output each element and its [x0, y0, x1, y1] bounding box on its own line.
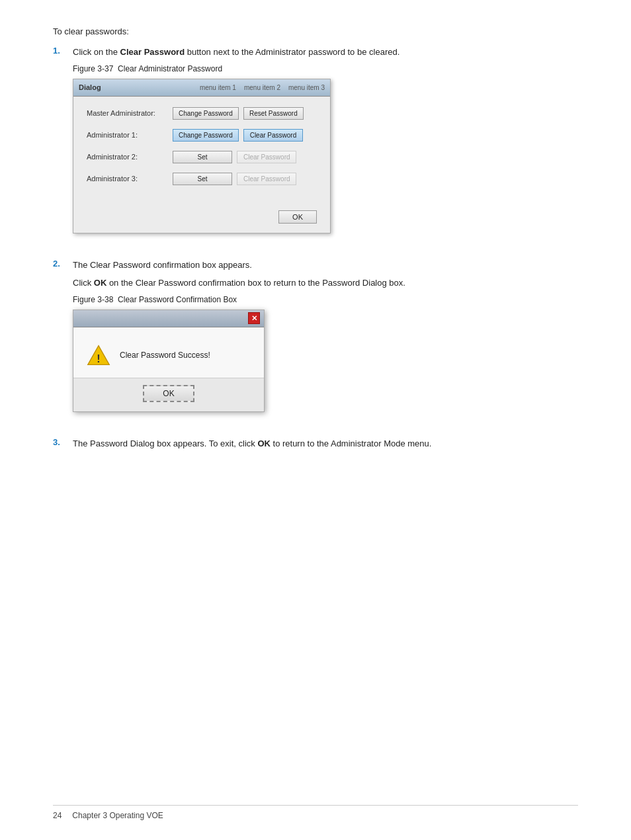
dialog-title: Dialog: [79, 83, 192, 91]
dialog-menu-item-2: menu item 2: [244, 84, 280, 91]
confirm-dialog-3-38: ✕ ! Clear Password Success! OK: [73, 310, 265, 412]
confirm-ok-btn[interactable]: OK: [143, 385, 194, 402]
password-row-admin1: Administrator 1: Change Password Clear P…: [87, 129, 317, 142]
dialog-menu-item-3: menu item 3: [288, 84, 325, 91]
confirm-close-btn[interactable]: ✕: [248, 312, 260, 324]
step-2-number: 2.: [53, 259, 73, 269]
step-3-text-after: to return to the Administrator Mode menu…: [271, 439, 432, 448]
admin3-set-btn[interactable]: Set: [173, 173, 232, 185]
confirm-titlebar: ✕: [73, 310, 264, 327]
step-2-text: The Clear Password confirmation box appe…: [73, 259, 578, 272]
confirm-message: Clear Password Success!: [120, 351, 210, 360]
admin2-clear-password-btn: Clear Password: [237, 151, 296, 163]
step-1-text-after: button next to the Administrator passwor…: [185, 47, 400, 57]
figure-3-38-caption: Figure 3-38 Clear Password Confirmation …: [73, 295, 578, 304]
admin1-label: Administrator 1:: [87, 131, 173, 139]
step-2-subtext-before: Click: [73, 278, 94, 288]
step-1-text: Click on the Clear Password button next …: [73, 46, 578, 59]
master-admin-label: Master Administrator:: [87, 109, 173, 117]
step-2-subtext-after: on the Clear Password confirmation box t…: [106, 278, 405, 288]
figure-3-37-caption: Figure 3-37 Clear Administrator Password: [73, 64, 578, 73]
dialog-ok-btn[interactable]: OK: [278, 210, 317, 224]
admin2-label: Administrator 2:: [87, 153, 173, 161]
step-1-number: 1.: [53, 46, 73, 56]
dialog-window-3-37: Dialog menu item 1 menu item 2 menu item…: [73, 79, 331, 233]
step-3: 3. The Password Dialog box appears. To e…: [53, 437, 578, 456]
step-3-bold: OK: [257, 439, 271, 448]
step-2-subtext-bold: OK: [94, 278, 107, 288]
step-1: 1. Click on the Clear Password button ne…: [53, 46, 578, 247]
step-3-text-before: The Password Dialog box appears. To exit…: [73, 439, 257, 448]
warning-icon: !: [87, 343, 110, 367]
master-change-password-btn[interactable]: Change Password: [173, 107, 239, 120]
password-row-admin3: Administrator 3: Set Clear Password: [87, 173, 317, 185]
dialog-menu-items: menu item 1 menu item 2 menu item 3: [200, 84, 325, 91]
password-row-admin2: Administrator 2: Set Clear Password: [87, 151, 317, 163]
password-row-master: Master Administrator: Change Password Re…: [87, 107, 317, 120]
dialog-titlebar: Dialog menu item 1 menu item 2 menu item…: [73, 79, 330, 97]
step-2: 2. The Clear Password confirmation box a…: [53, 259, 578, 425]
dialog-body: Master Administrator: Change Password Re…: [73, 97, 330, 205]
dialog-footer: OK: [73, 205, 330, 233]
page-footer: 24 Chapter 3 Operating VOE: [53, 805, 578, 820]
step-1-bold: Clear Password: [120, 47, 185, 57]
admin2-set-btn[interactable]: Set: [173, 151, 232, 163]
master-reset-password-btn[interactable]: Reset Password: [243, 107, 304, 120]
confirm-footer: OK: [73, 378, 264, 411]
admin3-label: Administrator 3:: [87, 175, 173, 183]
page-number: 24: [53, 811, 62, 820]
svg-text:!: !: [97, 352, 100, 364]
step-2-subtext: Click OK on the Clear Password confirmat…: [73, 276, 578, 290]
step-1-content: Click on the Clear Password button next …: [73, 46, 578, 247]
step-2-content: The Clear Password confirmation box appe…: [73, 259, 578, 425]
admin1-change-password-btn[interactable]: Change Password: [173, 129, 239, 142]
admin3-clear-password-btn: Clear Password: [237, 173, 296, 185]
footer-chapter: Chapter 3 Operating VOE: [72, 811, 163, 820]
step-1-text-before: Click on the: [73, 47, 120, 57]
step-3-number: 3.: [53, 437, 73, 447]
dialog-menu-item-1: menu item 1: [200, 84, 236, 91]
admin1-clear-password-btn[interactable]: Clear Password: [243, 129, 303, 142]
confirm-body: ! Clear Password Success!: [73, 327, 264, 378]
intro-text: To clear passwords:: [53, 26, 578, 36]
step-3-content: The Password Dialog box appears. To exit…: [73, 437, 578, 456]
step-3-text: The Password Dialog box appears. To exit…: [73, 437, 578, 450]
